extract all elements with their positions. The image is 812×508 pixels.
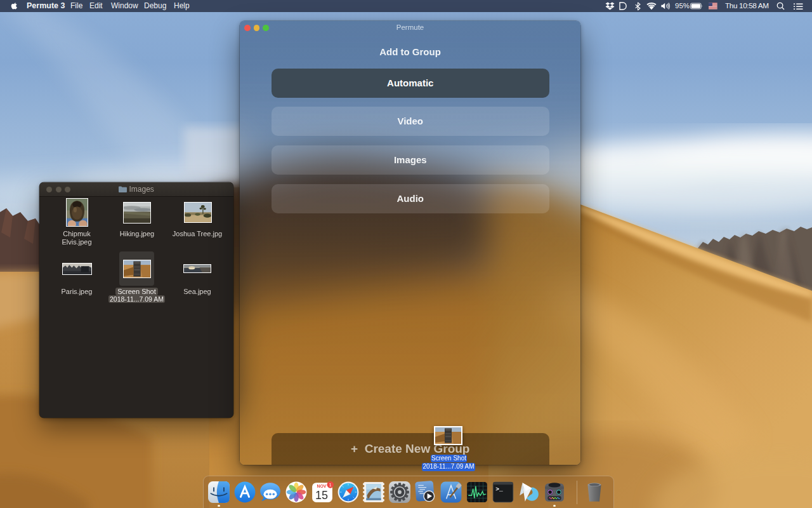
svg-text:15: 15 <box>315 488 328 501</box>
svg-text:NOV: NOV <box>317 484 326 488</box>
svg-text:1: 1 <box>329 482 332 486</box>
svg-text:>_: >_ <box>495 485 503 492</box>
